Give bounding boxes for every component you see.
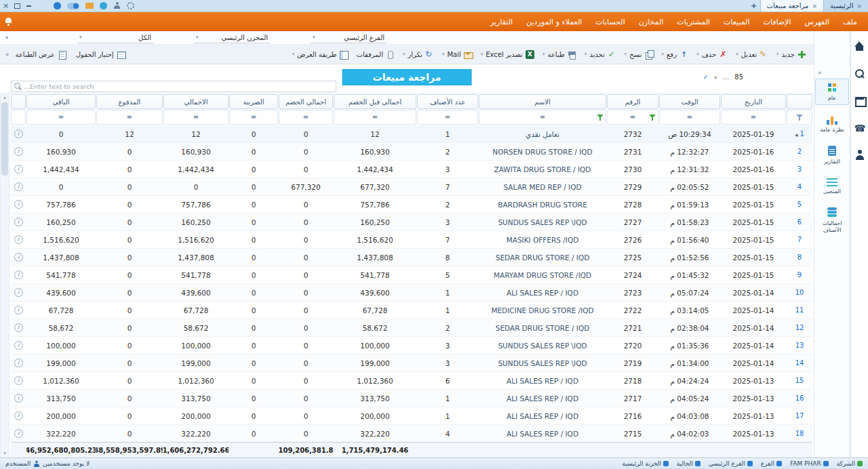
scope-combo-0[interactable]: الفرع الرئيسي <box>311 33 387 43</box>
filter-cell-rownum[interactable] <box>787 110 812 125</box>
column-header-tax[interactable]: الضريبة <box>229 94 278 109</box>
table-row[interactable]: 152025-01-1304:24:24 م2718ALI SALES REP … <box>11 372 812 390</box>
table-row[interactable]: 182025-01-1304:02:03 م2715ALI SALES REP … <box>11 425 812 442</box>
strip-window-button[interactable] <box>854 95 866 107</box>
table-row[interactable]: 42025-01-1502:05:52 م2729SALAR MED REP /… <box>11 178 812 196</box>
row-number[interactable]: 2 <box>797 148 802 155</box>
menu-item-1[interactable]: الفهرس <box>798 12 837 31</box>
sidebar-item-2[interactable]: التقارير <box>815 143 849 168</box>
toolbar-clip-button[interactable]: المرفقات <box>352 47 398 62</box>
filter-operator-icon[interactable]: = <box>303 114 309 121</box>
active-filter-icon[interactable] <box>648 113 657 122</box>
sidebar-item-4[interactable]: اجماليات الأصناف <box>815 205 849 237</box>
chevron-down-icon[interactable] <box>5 35 8 41</box>
table-row[interactable]: 132025-01-1401:35:36 م2720SUNDUS SALES R… <box>11 337 812 354</box>
menu-item-2[interactable]: الإضافات <box>757 12 798 31</box>
status-item-4[interactable]: الحالية <box>677 460 701 467</box>
user-icon[interactable] <box>113 2 121 9</box>
strip-phone-button[interactable] <box>854 122 866 134</box>
filter-cell-info[interactable] <box>11 110 26 125</box>
window-close-button[interactable] <box>0 0 12 12</box>
table-row[interactable]: 32025-01-1612:31:32 م2730ZAWITA DRUG STO… <box>11 161 812 178</box>
toolbar-fields-button[interactable]: إختيار الحقول <box>72 47 130 62</box>
vertical-scrollbar[interactable] <box>0 94 9 457</box>
filter-cell-items[interactable]: = <box>417 110 478 125</box>
table-row[interactable]: 82025-01-1501:52:56 م2725SEDAR DRUG STOR… <box>11 249 812 266</box>
scope-combo-2[interactable]: الكل <box>77 33 153 43</box>
menu-item-6[interactable]: الحسابات <box>589 12 631 31</box>
toolbar-excel-button[interactable]: تصدير Excel <box>477 47 538 62</box>
filter-cell-name[interactable]: = <box>479 110 606 125</box>
column-header-info[interactable] <box>11 94 26 109</box>
tab-home[interactable]: الرئيسية <box>824 0 868 12</box>
column-header-total[interactable]: الاجمالي <box>163 94 229 109</box>
status-item-3[interactable]: الفرع الرئيسي <box>709 460 753 467</box>
table-row[interactable]: 162025-01-1304:05:24 م2717ALI SALES REP … <box>11 390 812 407</box>
filter-operator-icon[interactable]: = <box>372 114 378 121</box>
column-header-name[interactable]: الاسم <box>479 94 606 109</box>
toolbar-delete-button[interactable]: حذف <box>692 47 732 62</box>
column-header-remain[interactable]: الباقي <box>26 94 96 109</box>
info-icon[interactable] <box>14 218 23 226</box>
info-icon[interactable] <box>14 200 23 209</box>
tab-sales-review[interactable]: مراجعة مبيعات <box>760 0 824 12</box>
info-icon[interactable] <box>14 253 23 262</box>
filter-cell-paid[interactable]: = <box>96 110 163 125</box>
toolbar-check-button[interactable]: تحديد <box>580 47 620 62</box>
sidebar-item-3[interactable]: المنحنى <box>815 174 849 198</box>
toolbar-print-button[interactable]: طباعة <box>538 47 580 62</box>
sidebar-item-1[interactable]: نظرة عامة <box>815 111 849 136</box>
row-number[interactable]: 16 <box>795 394 804 402</box>
check-icon[interactable] <box>703 73 709 81</box>
toolbar-repeat-button[interactable]: تكرار <box>399 47 438 62</box>
close-tab-icon[interactable] <box>856 2 862 9</box>
filter-operator-icon[interactable]: = <box>193 114 199 121</box>
table-row[interactable]: 72025-01-1501:56:40 م2726MASIKI OFFERS /… <box>11 231 812 249</box>
filter-cell-tax[interactable]: = <box>229 110 278 125</box>
filter-operator-icon[interactable]: = <box>540 114 545 121</box>
table-row[interactable]: 142025-01-1401:34:00 م2719SUNDUS SALES R… <box>11 354 812 372</box>
filter-operator-icon[interactable]: = <box>58 114 64 121</box>
gear-icon[interactable] <box>127 2 134 9</box>
filter-operator-icon[interactable]: = <box>127 114 132 121</box>
table-row[interactable]: 92025-01-1501:45:32 م2724MARYAM DRUG STO… <box>11 266 812 284</box>
menu-item-3[interactable]: المبيعات <box>717 12 756 31</box>
info-icon[interactable] <box>14 182 23 191</box>
row-number[interactable]: 13 <box>795 342 804 349</box>
chevron-down-icon[interactable] <box>714 73 717 81</box>
chat-icon[interactable] <box>100 2 107 9</box>
column-header-num[interactable]: الرقم <box>607 94 658 109</box>
scope-combo-1[interactable]: المخزن الرئيسي <box>194 33 270 43</box>
user-button[interactable]: المستخدم <box>5 460 39 467</box>
info-icon[interactable] <box>14 147 23 156</box>
info-icon[interactable] <box>14 429 23 438</box>
menu-item-5[interactable]: المخازن <box>632 12 671 31</box>
info-icon[interactable] <box>14 411 23 420</box>
row-number[interactable]: 6 <box>797 218 802 226</box>
row-number[interactable]: 5 <box>797 201 802 208</box>
active-filter-icon[interactable] <box>596 113 605 122</box>
table-row[interactable]: 22025-01-1612:32:27 م2731NORSEN DRUG STO… <box>11 143 812 161</box>
filter-cell-before[interactable]: = <box>334 110 416 125</box>
status-item-1[interactable]: FAM PHAR <box>790 460 829 467</box>
column-header-items[interactable]: عدد الأصناف <box>417 94 478 109</box>
menu-item-0[interactable]: ملف <box>836 12 864 31</box>
row-number[interactable]: 12 <box>795 324 804 331</box>
row-number[interactable]: 17 <box>795 412 804 420</box>
info-icon[interactable] <box>14 341 23 350</box>
strip-user-button[interactable] <box>854 149 866 161</box>
window-minimize-button[interactable] <box>23 0 35 12</box>
row-number[interactable]: 3 <box>797 165 802 173</box>
menu-item-7[interactable]: العملاء و الموردين <box>519 12 589 31</box>
filter-operator-icon[interactable]: = <box>630 114 635 121</box>
scroll-up-arrow[interactable] <box>1 94 9 102</box>
filter-operator-icon[interactable]: = <box>751 114 756 121</box>
toolbar-layout-button[interactable]: طريقة العرض <box>288 47 353 62</box>
column-header-before[interactable]: اجمالي قبل الخصم <box>334 94 416 109</box>
info-icon[interactable] <box>14 235 23 244</box>
strip-search-button[interactable] <box>854 68 866 80</box>
filter-operator-icon[interactable]: = <box>687 114 692 121</box>
table-row[interactable]: 62025-01-1501:58:23 م2727SUNDUS SALES RE… <box>11 213 812 231</box>
info-icon[interactable] <box>14 165 23 174</box>
row-number[interactable]: 14 <box>795 359 804 367</box>
